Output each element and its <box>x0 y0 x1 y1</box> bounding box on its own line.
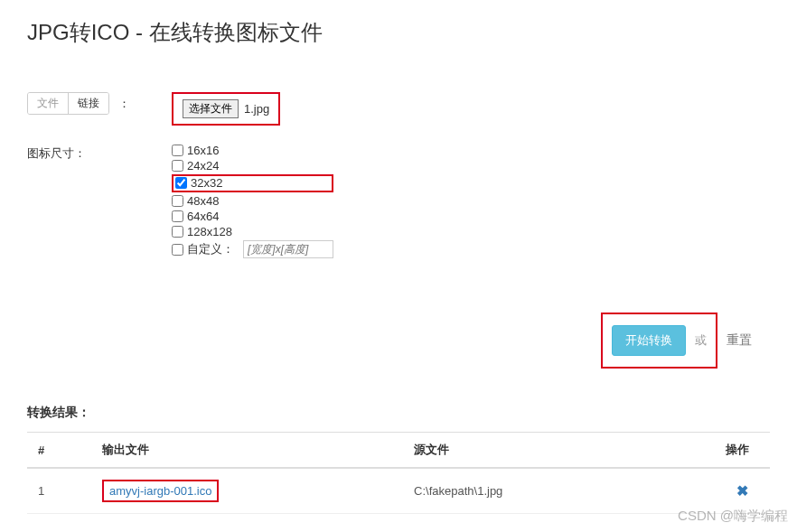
size-option-24[interactable]: 24x24 <box>172 159 333 173</box>
size-option-32-highlight[interactable]: 32x32 <box>172 174 333 192</box>
size-label-text: 32x32 <box>191 176 222 190</box>
size-label-text: 16x16 <box>187 144 219 157</box>
cell-source: C:\fakepath\1.jpg <box>403 468 715 514</box>
reset-link[interactable]: 重置 <box>727 332 752 349</box>
actions-row: 开始转换 或 重置 <box>27 313 770 369</box>
th-output: 输出文件 <box>91 433 403 469</box>
size-option-128[interactable]: 128x128 <box>172 225 333 238</box>
results-title: 转换结果： <box>27 405 770 421</box>
source-row: 文件 链接 ： 选择文件 1.jpg <box>27 92 770 126</box>
sizes-row: 图标尺寸： 16x16 24x24 32x32 48x48 64x64 128x… <box>27 144 770 258</box>
size-checkbox[interactable] <box>172 226 183 238</box>
size-option-48[interactable]: 48x48 <box>172 194 333 208</box>
size-label-text: 24x24 <box>187 159 219 173</box>
output-file-link[interactable]: amyvj-iargb-001.ico <box>102 480 219 502</box>
sizes-label: 图标尺寸： <box>27 144 172 162</box>
th-source: 源文件 <box>403 433 715 469</box>
file-picker-highlight: 选择文件 1.jpg <box>172 92 280 126</box>
size-checkbox-custom[interactable] <box>172 244 183 256</box>
size-option-64[interactable]: 64x64 <box>172 210 333 223</box>
tab-link[interactable]: 链接 <box>69 93 108 114</box>
choose-file-button[interactable]: 选择文件 <box>183 99 239 118</box>
size-checkbox[interactable] <box>175 177 187 189</box>
th-index: # <box>27 433 91 469</box>
source-colon: ： <box>118 96 130 112</box>
table-row: 1 amyvj-iargb-001.ico C:\fakepath\1.jpg … <box>27 468 770 514</box>
delete-icon[interactable]: ✖ <box>736 483 748 499</box>
size-option-custom: 自定义： <box>172 240 333 258</box>
th-action: 操作 <box>715 433 770 469</box>
size-checkbox[interactable] <box>172 160 183 172</box>
size-option-16[interactable]: 16x16 <box>172 144 333 157</box>
size-checkbox[interactable] <box>172 195 183 207</box>
size-checkbox[interactable] <box>172 145 183 156</box>
custom-size-input[interactable] <box>243 240 333 258</box>
tab-file[interactable]: 文件 <box>28 93 69 114</box>
custom-label: 自定义： <box>187 241 234 257</box>
size-label-text: 64x64 <box>187 210 219 223</box>
size-label-text: 48x48 <box>187 194 219 208</box>
convert-highlight: 开始转换 或 <box>601 313 717 369</box>
or-text: 或 <box>695 332 707 349</box>
source-tabs: 文件 链接 <box>27 92 109 115</box>
page-title: JPG转ICO - 在线转换图标文件 <box>27 18 770 47</box>
size-checkbox[interactable] <box>172 210 183 222</box>
size-label-text: 128x128 <box>187 225 232 238</box>
results-table: # 输出文件 源文件 操作 1 amyvj-iargb-001.ico C:\f… <box>27 432 770 514</box>
convert-button[interactable]: 开始转换 <box>612 325 686 356</box>
cell-index: 1 <box>27 468 91 514</box>
selected-file-name: 1.jpg <box>244 102 269 116</box>
